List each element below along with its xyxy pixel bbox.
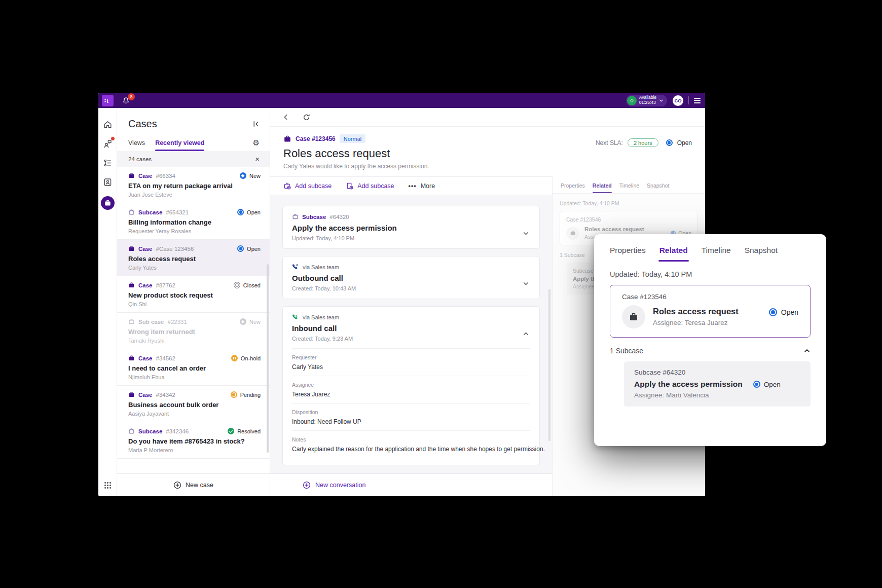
cases-tab-recently-viewed[interactable]: Recently viewed bbox=[155, 139, 204, 151]
chevron-up-icon[interactable] bbox=[803, 347, 811, 354]
notification-count-badge: 8 bbox=[128, 93, 135, 100]
talkdesk-logo-icon[interactable]: t bbox=[102, 95, 114, 106]
popup-case-card[interactable]: Case #123546 Roles access request Assign… bbox=[610, 285, 811, 338]
case-list-item[interactable]: Sub case#22331NewWrong item returnedtTam… bbox=[117, 313, 270, 349]
case-status-label[interactable]: Open bbox=[677, 139, 692, 146]
more-button[interactable]: •••More bbox=[409, 182, 435, 190]
case-list-item[interactable]: Case#34342PendingBusiness account bulk o… bbox=[117, 386, 270, 422]
tab-properties[interactable]: Properties bbox=[561, 182, 585, 193]
related-case-number: Case #123546 bbox=[566, 216, 691, 223]
outbound-call-card[interactable]: via Sales teamOutbound callCreated: Toda… bbox=[282, 256, 540, 299]
tab-timeline[interactable]: Timeline bbox=[619, 182, 639, 193]
inbound-call-icon bbox=[292, 314, 299, 320]
cases-tab-views[interactable]: Views bbox=[128, 139, 145, 151]
case-kind-label: Subcase bbox=[138, 428, 162, 434]
popup-updated-timestamp: Updated: Today, 4:10 PM bbox=[610, 270, 811, 278]
tab-properties[interactable]: Properties bbox=[610, 246, 646, 262]
case-number: #34342 bbox=[156, 392, 175, 398]
collapse-panel-icon[interactable] bbox=[252, 120, 260, 128]
popup-subcase-card[interactable]: Subcase #64320 Apply the access permissi… bbox=[624, 361, 811, 407]
apply-the-access-permission-card[interactable]: Subcase#64320Apply the access permission… bbox=[282, 206, 540, 249]
user-avatar[interactable]: CO bbox=[673, 95, 683, 106]
case-person: Njimoluh Ebua bbox=[128, 374, 261, 380]
case-list-item[interactable]: Case#34562On-holdI need to cancel an ord… bbox=[117, 349, 270, 386]
case-subtitle: Carly Yates would like to apply the acce… bbox=[283, 163, 429, 170]
case-list-item[interactable]: Subcase#342346ResolvedDo you have item #… bbox=[117, 422, 270, 459]
feed-scrollbar[interactable] bbox=[548, 289, 550, 441]
tab-related[interactable]: Related bbox=[659, 246, 688, 262]
chevron-up-icon[interactable] bbox=[523, 330, 529, 337]
presence-status-chip[interactable]: ◇ Available 01:25:43 bbox=[626, 95, 667, 106]
tab-related[interactable]: Related bbox=[593, 182, 612, 193]
conversations-icon[interactable] bbox=[102, 138, 113, 149]
new-case-button[interactable]: New case bbox=[117, 473, 270, 496]
app-grid-icon[interactable] bbox=[102, 480, 113, 490]
case-list-item[interactable]: Subcase#654321OpenBilling information ch… bbox=[117, 203, 270, 240]
field-requester: RequesterCarly Yates bbox=[292, 348, 530, 376]
plus-circle-icon bbox=[173, 481, 181, 489]
case-status-label: New bbox=[249, 319, 261, 325]
case-status: Open bbox=[237, 245, 261, 252]
workflow-list-icon[interactable] bbox=[102, 158, 113, 168]
field-disposition: DispositionInbound: Need Follow UP bbox=[292, 403, 530, 430]
case-avatar-briefcase-icon bbox=[566, 227, 579, 240]
subcase-briefcase-icon bbox=[128, 318, 135, 325]
case-list-item[interactable]: Case#66334NewETA on my return package ar… bbox=[117, 167, 270, 203]
field-label: Disposition bbox=[292, 409, 530, 415]
case-status: New bbox=[240, 318, 261, 325]
case-list-scrollbar[interactable] bbox=[267, 264, 269, 453]
new-conversation-button[interactable]: New conversation bbox=[270, 473, 552, 496]
back-icon[interactable] bbox=[282, 114, 289, 121]
case-status: Open bbox=[237, 209, 261, 215]
settings-gear-icon[interactable]: ⚙ bbox=[253, 138, 260, 151]
add-subcase-button[interactable]: Add subcase bbox=[283, 182, 332, 190]
cases-icon-active[interactable] bbox=[101, 196, 115, 210]
home-icon[interactable] bbox=[102, 119, 113, 129]
card-via-label: via Sales team bbox=[303, 264, 339, 270]
popup-case-status: Open bbox=[781, 308, 798, 316]
card-meta: Created: Today, 9:23 AM bbox=[292, 336, 530, 342]
case-status: Resolved bbox=[228, 428, 261, 434]
case-person: Maria P Morterero bbox=[128, 447, 261, 453]
subcase-briefcase-icon bbox=[128, 209, 135, 215]
case-briefcase-icon bbox=[283, 135, 291, 143]
popup-case-assignee: Assignee: Teresa Juarez bbox=[653, 319, 739, 326]
case-person: Juan Jose Esteve bbox=[128, 192, 261, 198]
sla-status-group: Next SLA: 2 hours Open bbox=[596, 134, 692, 147]
notifications-bell-icon[interactable]: 8 bbox=[122, 96, 131, 105]
case-header: Case #123456 Normal Roles access request… bbox=[270, 127, 705, 176]
add-subcase-button[interactable]: Add subcase bbox=[346, 182, 394, 190]
case-person: Qin Shi bbox=[128, 301, 261, 307]
cases-panel-title: Cases bbox=[128, 118, 157, 130]
inbound-call-card[interactable]: via Sales teamInbound callCreated: Today… bbox=[282, 306, 540, 465]
popup-tabs: PropertiesRelatedTimelineSnapshot bbox=[594, 234, 826, 262]
case-kind-label: Case bbox=[138, 246, 153, 252]
case-number: #66334 bbox=[156, 173, 175, 179]
refresh-icon[interactable] bbox=[303, 114, 310, 121]
tab-snapshot[interactable]: Snapshot bbox=[745, 246, 778, 262]
case-status-label: New bbox=[249, 173, 261, 179]
status-new-icon bbox=[240, 172, 246, 179]
chevron-down-icon[interactable] bbox=[523, 230, 529, 237]
case-list-item[interactable]: Case#Case 123456OpenRoles access request… bbox=[117, 240, 270, 276]
case-status: On-hold bbox=[231, 355, 261, 361]
case-count-filter-row: 24 cases × bbox=[117, 151, 270, 167]
clear-filter-icon[interactable]: × bbox=[255, 155, 260, 163]
case-number: #654321 bbox=[166, 209, 189, 215]
app-menu-icon[interactable] bbox=[694, 96, 701, 104]
status-open-icon bbox=[237, 245, 244, 252]
contacts-icon[interactable] bbox=[102, 177, 113, 187]
card-title: Outbound call bbox=[292, 274, 530, 282]
field-label: Requester bbox=[292, 354, 530, 360]
tab-snapshot[interactable]: Snapshot bbox=[647, 182, 669, 193]
case-number: #22331 bbox=[168, 319, 187, 325]
case-status: Pending bbox=[231, 391, 261, 398]
chevron-down-icon[interactable] bbox=[523, 280, 529, 287]
case-number: #342346 bbox=[166, 428, 189, 434]
popup-subcase-count: 1 Subcase bbox=[610, 347, 643, 355]
status-pending-icon bbox=[231, 391, 237, 398]
case-status-label: Resolved bbox=[237, 428, 261, 434]
tab-timeline[interactable]: Timeline bbox=[702, 246, 731, 262]
case-person: Carly Yates bbox=[128, 265, 261, 271]
case-list-item[interactable]: Case#87762ClosedNew product stock reques… bbox=[117, 276, 270, 313]
